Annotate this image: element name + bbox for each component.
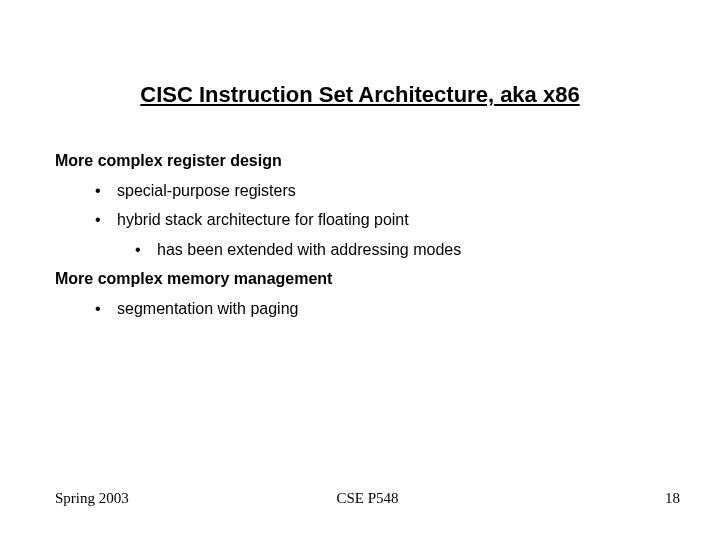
footer-center: CSE P548 — [55, 490, 680, 507]
bullet-item: •hybrid stack architecture for floating … — [55, 207, 665, 233]
bullet-text: hybrid stack architecture for floating p… — [117, 211, 409, 228]
bullet-icon: • — [95, 296, 117, 322]
bullet-item: •special-purpose registers — [55, 178, 665, 204]
section-heading: More complex memory management — [55, 266, 665, 292]
slide-body: More complex register design •special-pu… — [55, 148, 665, 326]
bullet-icon: • — [95, 207, 117, 233]
bullet-text: special-purpose registers — [117, 182, 296, 199]
slide: CISC Instruction Set Architecture, aka x… — [0, 0, 720, 540]
bullet-icon: • — [95, 178, 117, 204]
bullet-item: •has been extended with addressing modes — [55, 237, 665, 263]
bullet-item: •segmentation with paging — [55, 296, 665, 322]
bullet-icon: • — [135, 237, 157, 263]
slide-footer: Spring 2003 CSE P548 18 — [55, 490, 680, 510]
bullet-text: has been extended with addressing modes — [157, 241, 461, 258]
bullet-text: segmentation with paging — [117, 300, 298, 317]
section-heading: More complex register design — [55, 148, 665, 174]
footer-right: 18 — [665, 490, 680, 507]
slide-title: CISC Instruction Set Architecture, aka x… — [0, 82, 720, 108]
